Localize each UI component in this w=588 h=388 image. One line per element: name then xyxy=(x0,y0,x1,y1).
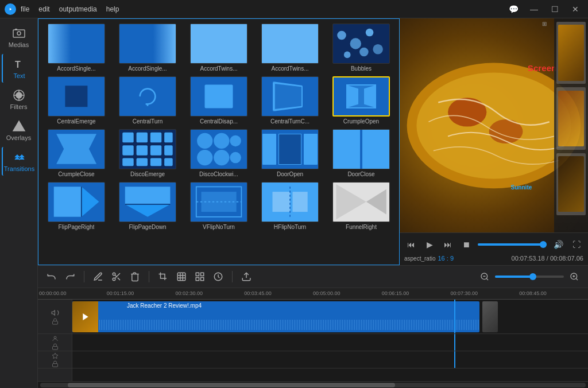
transition-door-close[interactable]: DoorClose xyxy=(328,129,394,177)
svg-marker-41 xyxy=(125,187,171,205)
ruler-tick-5: 00:06:15.00 xyxy=(382,290,409,296)
video-progress-bar[interactable] xyxy=(478,243,547,246)
menu-help[interactable]: help xyxy=(106,5,119,13)
transition-hflip-no-turn[interactable]: HFlipNoTurn xyxy=(257,182,323,230)
transition-central-turn-c[interactable]: CentralTurnC... xyxy=(257,76,323,125)
transition-crumple-close[interactable]: CrumpleClose xyxy=(43,129,110,177)
chat-button[interactable]: 💬 xyxy=(505,3,521,15)
transition-accord-single-right[interactable]: AccordSingle... xyxy=(114,24,181,72)
cut-button[interactable] xyxy=(110,270,123,284)
svg-point-14 xyxy=(350,38,361,49)
transition-disco-emerge[interactable]: DiscoEmerge xyxy=(114,129,181,177)
transition-vflip-no-turn[interactable]: VFlipNoTurn xyxy=(185,182,252,230)
svg-rect-24 xyxy=(122,145,133,155)
playback-controls: ⏮ ▶ ⏭ ⏹ 🔊 ⛶ xyxy=(404,235,583,254)
clock-button[interactable] xyxy=(211,270,225,284)
lock-icon-3 xyxy=(52,360,59,367)
sidebar-item-medias[interactable]: Medias xyxy=(2,23,36,52)
horizontal-scrollbar[interactable] xyxy=(38,381,588,388)
transition-accord-single-left[interactable]: AccordSingle... xyxy=(43,24,110,72)
transition-funnel-right[interactable]: FunnelRight xyxy=(328,182,394,230)
timeline-cursor xyxy=(454,300,455,333)
transition-bubbles[interactable]: Bubbles xyxy=(328,24,394,72)
small-clip[interactable] xyxy=(482,301,498,332)
transition-accord-twins-v[interactable]: AccordTwins... xyxy=(257,24,323,72)
video-thumbnail-icon xyxy=(81,312,90,321)
fullscreen-button[interactable]: ⛶ xyxy=(570,238,583,251)
transition-crumple-open[interactable]: CrumpleOpen xyxy=(328,76,394,125)
crop-button[interactable] xyxy=(156,270,170,284)
menu-outputmedia[interactable]: outputmedia xyxy=(59,5,97,13)
transition-disco-clockwi[interactable]: DiscoClockwi... xyxy=(185,129,252,177)
transition-central-emerge[interactable]: CentralEmerge xyxy=(43,76,110,125)
svg-point-16 xyxy=(373,44,382,54)
transition-central-disap[interactable]: CentralDisap... xyxy=(185,76,252,125)
fast-forward-button[interactable]: ⏭ xyxy=(441,238,455,251)
titlebar: file edit outputmedia help 💬 — ☐ ✕ xyxy=(0,0,588,18)
transition-label: CrumpleClose xyxy=(58,171,94,177)
close-button[interactable]: ✕ xyxy=(567,3,583,15)
svg-line-72 xyxy=(486,278,488,280)
export-button[interactable] xyxy=(239,270,253,284)
sidebar-item-overlays[interactable]: Overlays xyxy=(2,116,36,145)
transition-label: CentralTurnC... xyxy=(270,118,310,125)
svg-rect-26 xyxy=(150,145,161,155)
play-button[interactable]: ▶ xyxy=(423,238,436,251)
svg-text:Screen: Screen xyxy=(528,63,556,73)
transition-label: VFlipNoTurn xyxy=(203,224,235,230)
menu-edit[interactable]: edit xyxy=(38,5,49,13)
resize-button[interactable] xyxy=(175,270,188,284)
grid-button[interactable] xyxy=(193,270,207,284)
svg-rect-4 xyxy=(15,29,17,30)
sidebar-item-overlays-label: Overlays xyxy=(6,134,31,141)
video-controls: ⏮ ▶ ⏭ ⏹ 🔊 ⛶ aspect_ratio xyxy=(400,232,588,265)
track-area: Jack Reacher 2 Review!.mp4 xyxy=(72,300,588,381)
main-video-clip[interactable]: Jack Reacher 2 Review!.mp4 xyxy=(72,301,479,332)
sidebar-item-transitions[interactable]: Transitions xyxy=(2,147,36,176)
volume-button[interactable]: 🔊 xyxy=(551,238,565,251)
svg-rect-68 xyxy=(201,278,204,281)
zoom-slider-fill xyxy=(495,276,533,278)
pen-button[interactable] xyxy=(91,270,105,284)
timeline-track-headers xyxy=(38,300,72,381)
sidebar-item-filters[interactable]: Filters xyxy=(2,85,36,114)
track-side-icons-text xyxy=(52,348,59,371)
text-track-row xyxy=(72,351,588,368)
maximize-button[interactable]: ☐ xyxy=(547,3,563,15)
svg-text:Sunnite: Sunnite xyxy=(510,184,532,191)
stop-button[interactable]: ⏹ xyxy=(459,238,473,251)
transition-flip-page-right[interactable]: FlipPageRight xyxy=(43,182,110,230)
zoom-slider[interactable] xyxy=(495,276,564,278)
preview-panel: Screen Sunnite xyxy=(400,18,588,265)
ruler-tick-0: 00:00:00.00 xyxy=(39,290,67,296)
timeline-content: Jack Reacher 2 Review!.mp4 xyxy=(38,300,588,381)
transition-flip-page-down[interactable]: FlipPageDown xyxy=(114,182,181,230)
transition-central-turn[interactable]: CentralTurn xyxy=(114,76,181,125)
undo-button[interactable] xyxy=(45,270,59,284)
svg-marker-42 xyxy=(125,204,171,217)
ruler-tick-1: 00:01:15.00 xyxy=(107,290,134,296)
minimize-button[interactable]: — xyxy=(526,3,542,15)
transition-label: CentralDisap... xyxy=(200,118,238,125)
svg-point-35 xyxy=(197,150,212,165)
transition-accord-twins-h[interactable]: AccordTwins... xyxy=(185,24,252,72)
transitions-panel: AccordSingle... AccordSingle... AccordTw… xyxy=(38,18,400,265)
delete-button[interactable] xyxy=(128,270,142,284)
zoom-slider-thumb xyxy=(529,273,536,280)
sidebar-item-text[interactable]: T Text xyxy=(2,54,36,83)
rewind-button[interactable]: ⏮ xyxy=(404,238,418,251)
svg-marker-19 xyxy=(56,134,96,164)
svg-marker-52 xyxy=(366,189,386,215)
redo-button[interactable] xyxy=(63,270,77,284)
svg-rect-21 xyxy=(137,133,148,142)
zoom-out-button[interactable] xyxy=(478,270,492,284)
zoom-in-button[interactable] xyxy=(567,270,581,284)
menu-file[interactable]: file xyxy=(21,5,29,13)
svg-point-6 xyxy=(16,92,22,98)
main-layout: Medias T Text Filters Ov xyxy=(0,18,588,388)
video-track-header xyxy=(38,300,72,334)
transition-door-open[interactable]: DoorOpen xyxy=(257,129,323,177)
track-side-icons-video xyxy=(51,305,59,328)
person-icon xyxy=(52,335,59,342)
svg-rect-64 xyxy=(177,273,185,281)
